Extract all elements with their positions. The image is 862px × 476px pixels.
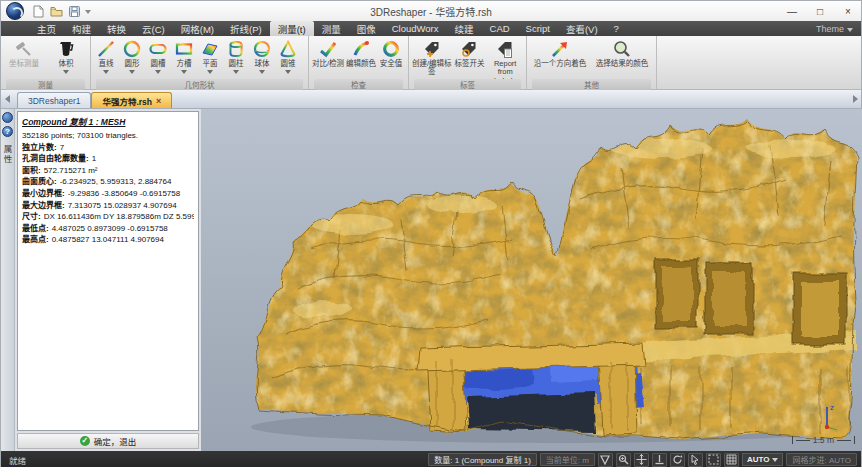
tab-transform[interactable]: 转换	[99, 21, 134, 36]
ribbon-tab-bar: 主页 构建 转换 云(C) 网格(M) 折线(P) 测量(t) 测量 图像 Cl…	[1, 21, 861, 36]
tab-survey[interactable]: 测量	[314, 21, 349, 36]
sphere-shape-button[interactable]: 球体	[249, 37, 275, 79]
color-pen-icon	[351, 39, 371, 59]
plane-icon	[200, 39, 220, 59]
tab-cad[interactable]: CAD	[482, 21, 518, 36]
theme-selector[interactable]: Theme	[816, 21, 853, 36]
rail-app-icon[interactable]	[2, 112, 13, 123]
compare-inspect-button[interactable]: 对比/检测	[311, 37, 345, 79]
properties-panel: Compound 复制 1 : MESH 352186 points; 7031…	[15, 109, 201, 451]
chevron-down-icon	[772, 458, 778, 462]
button-label: 选择结果的颜色	[596, 60, 649, 68]
grid-icon[interactable]	[724, 453, 739, 467]
axis-indicator: z	[813, 401, 843, 433]
properties-tab[interactable]: 属性	[1, 145, 14, 164]
tab-home[interactable]: 主页	[29, 21, 64, 36]
line-shape-button[interactable]: 直线	[93, 37, 119, 79]
button-label: 球体	[255, 60, 270, 68]
doc-tab-untitled[interactable]: 3DReshaper1	[17, 92, 91, 108]
rail-help-icon[interactable]	[2, 126, 13, 137]
doc-tab-label: 华强方特.rsh	[102, 95, 152, 107]
tab-script[interactable]: Script	[518, 21, 558, 36]
cylinder-shape-button[interactable]: 圆柱	[223, 37, 249, 79]
title-bar: 3DReshaper - 华强方特.rsh — □ ×	[1, 1, 861, 21]
window-title: 3DReshaper - 华强方特.rsh	[1, 4, 861, 19]
pointer-icon[interactable]	[688, 453, 703, 467]
axis-lock-icon[interactable]	[652, 453, 667, 467]
plane-shape-button[interactable]: 平面	[197, 37, 223, 79]
circle-shape-button[interactable]: 圆形	[119, 37, 145, 79]
tab-view[interactable]: 查看(V)	[558, 21, 606, 36]
auto-dropdown[interactable]: AUTO	[742, 453, 784, 466]
edit-colors-button[interactable]: 编辑颜色	[345, 37, 377, 79]
tab-scroll-left-icon[interactable]	[5, 95, 10, 103]
window-bottom-edge	[0, 467, 862, 476]
window-controls: — □ ×	[785, 1, 855, 21]
button-label: 编辑颜色	[346, 60, 376, 68]
safety-value-button[interactable]: 安全值	[377, 37, 405, 79]
prop-centroid: 曲面质心:-6.234925, 5.959313, 2.884764	[22, 176, 194, 188]
prop-shell-count: 独立片数:7	[22, 142, 194, 154]
theme-label: Theme	[816, 24, 844, 34]
button-label: 沿一个方向着色	[534, 60, 587, 68]
confirm-label: 确定，退出	[94, 435, 137, 447]
close-tab-icon[interactable]: ×	[156, 96, 161, 106]
ribbon-group-inspect: 对比/检测 编辑颜色 安全值 检查	[309, 36, 409, 89]
close-button[interactable]: ×	[841, 6, 855, 17]
filter-icon[interactable]	[598, 453, 613, 467]
check-icon: ✓	[80, 436, 90, 446]
volume-button[interactable]: 体积	[45, 37, 87, 79]
tab-help[interactable]: ?	[606, 21, 627, 36]
current-unit: 当前单位: m	[540, 453, 595, 466]
line-icon	[96, 39, 116, 59]
coordinate-measure-icon	[14, 39, 34, 59]
prop-size: 尺寸:DX 16.611436m DY 18.879586m DZ 5.5992…	[22, 211, 194, 223]
tab-scroll-right-icon[interactable]	[853, 95, 858, 103]
tag-report-icon	[495, 39, 515, 59]
ribbon-group-label: 几何形状	[96, 79, 303, 90]
create-edit-label-button[interactable]: 创建/编辑标签	[411, 37, 453, 79]
selection-rect-icon[interactable]	[706, 453, 721, 467]
rotate-view-icon[interactable]	[670, 453, 685, 467]
button-label: 对比/检测	[312, 60, 344, 68]
doc-tab-active[interactable]: 华强方特.rsh ×	[91, 92, 172, 108]
report-from-labels-button[interactable]: Report from Labels	[486, 37, 524, 79]
cone-shape-button[interactable]: 圆锥	[275, 37, 301, 79]
compare-check-icon	[318, 39, 338, 59]
ribbon-group-label: 标签	[414, 79, 521, 90]
volume-beaker-icon	[56, 39, 76, 59]
prop-lowest-point: 最低点:4.487025 0.8973099 -0.6915758	[22, 223, 194, 235]
minimize-button[interactable]: —	[785, 6, 799, 17]
button-label: 坐标测量	[9, 60, 39, 68]
rect-slot-shape-button[interactable]: 方槽	[171, 37, 197, 79]
circle-icon	[122, 39, 142, 59]
tab-cloudworx[interactable]: CloudWorx	[384, 21, 447, 36]
prop-area: 面积:572.715271 m²	[22, 165, 194, 177]
tab-measure-active[interactable]: 测量(t)	[270, 21, 314, 36]
maximize-button[interactable]: □	[813, 6, 827, 17]
doc-tab-label: 3DReshaper1	[28, 96, 80, 106]
zoom-icon[interactable]	[616, 453, 631, 467]
tab-image[interactable]: 图像	[349, 21, 384, 36]
chevron-down-icon	[63, 70, 69, 74]
model-3d-mesh	[201, 109, 862, 451]
tab-cloud[interactable]: 云(C)	[134, 21, 173, 36]
tab-construct[interactable]: 构建	[64, 21, 99, 36]
ribbon-group-label: 其他	[532, 79, 651, 90]
button-label: 标签开关	[454, 60, 484, 68]
status-ready: 就绪	[9, 454, 26, 466]
label-toggle-button[interactable]: 标签开关	[453, 37, 487, 79]
left-rail: 属性	[1, 109, 15, 451]
round-slot-shape-button[interactable]: 圆槽	[145, 37, 171, 79]
button-label: 创建/编辑标签	[411, 60, 453, 77]
tab-polyline[interactable]: 折线(P)	[222, 21, 270, 36]
scale-bar: 1.5 m	[792, 435, 855, 445]
viewport-3d[interactable]: z 1.5 m	[201, 109, 862, 451]
coordinate-measure-button[interactable]: 坐标测量	[3, 37, 45, 79]
tab-tunnel[interactable]: 续建	[447, 21, 482, 36]
confirm-exit-button[interactable]: ✓ 确定，退出	[17, 433, 199, 449]
pan-icon[interactable]	[634, 453, 649, 467]
tab-mesh[interactable]: 网格(M)	[173, 21, 222, 36]
select-result-color-button[interactable]: 选择结果的颜色	[591, 37, 653, 79]
color-along-direction-button[interactable]: 沿一个方向着色	[529, 37, 591, 79]
